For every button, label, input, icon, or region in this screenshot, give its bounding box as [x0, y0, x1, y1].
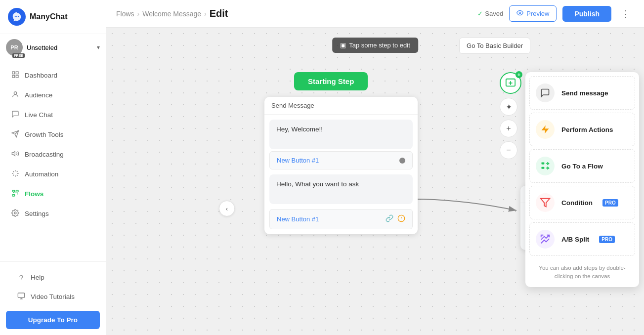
- connector-dot-1: [399, 158, 405, 164]
- logo-area[interactable]: ManyChat: [0, 0, 106, 34]
- starting-step: Starting Step: [294, 72, 368, 90]
- logo-text: ManyChat: [30, 12, 67, 21]
- breadcrumb-message[interactable]: Welcome Message: [142, 10, 201, 18]
- svg-marker-19: [542, 126, 549, 134]
- breadcrumb-sep2: ›: [204, 10, 207, 18]
- check-icon: ✓: [477, 10, 483, 17]
- svg-rect-11: [12, 195, 15, 196]
- help-icon: ?: [17, 273, 26, 282]
- button-row-2[interactable]: New Button #1: [269, 209, 413, 229]
- node-header: Send Message: [264, 97, 418, 115]
- step-menu-condition[interactable]: Condition PRO: [529, 186, 635, 219]
- avatar: PR FREE: [6, 39, 23, 56]
- step-label-ab-split: A/B Split: [561, 236, 589, 243]
- warning-icon: [397, 214, 405, 224]
- svg-rect-21: [542, 167, 545, 169]
- sidebar-item-label: Settings: [25, 210, 49, 217]
- canvas: ▣ Tap some step to edit Go To Basic Buil…: [106, 28, 644, 335]
- svg-point-14: [519, 12, 521, 14]
- broadcast-icon: [11, 150, 20, 159]
- step-menu-send-message[interactable]: Send message: [529, 76, 635, 110]
- sidebar-item-label: Growth Tools: [25, 131, 64, 138]
- sidebar-item-automation[interactable]: Automation: [3, 165, 103, 184]
- video-icon: [17, 292, 26, 301]
- sidebar-bottom: ? Help Video Tutorials Upgrade To Pro: [0, 261, 106, 335]
- header: Flows › Welcome Message › Edit ✓ Saved P…: [106, 0, 644, 28]
- settings-icon: [11, 209, 20, 218]
- svg-rect-13: [18, 293, 24, 297]
- automation-icon: [11, 169, 20, 179]
- sidebar-item-label: Live Chat: [25, 111, 53, 119]
- sidebar-item-flows[interactable]: Flows: [3, 184, 103, 204]
- saved-label: Saved: [485, 10, 503, 17]
- sidebar-item-label: Help: [31, 274, 44, 281]
- zoom-out-button[interactable]: −: [500, 141, 517, 159]
- svg-rect-5: [12, 75, 15, 78]
- add-step-button[interactable]: +: [500, 72, 521, 94]
- magic-button[interactable]: ✦: [500, 98, 517, 116]
- ab-split-pro-badge: PRO: [599, 236, 615, 243]
- ab-split-icon: [536, 230, 555, 249]
- page-title: Edit: [210, 8, 228, 19]
- growth-icon: [11, 130, 20, 139]
- sidebar-item-settings[interactable]: Settings: [3, 204, 103, 223]
- eye-icon: [516, 9, 523, 18]
- more-options-button[interactable]: ⋮: [617, 6, 634, 21]
- logo-icon: [8, 8, 26, 26]
- header-actions: ✓ Saved Preview Publish ⋮: [477, 5, 634, 22]
- user-name: Unsetteled: [27, 44, 93, 51]
- sidebar-item-label: Video Tutorials: [31, 293, 75, 300]
- sidebar-item-broadcasting[interactable]: Broadcasting: [3, 145, 103, 164]
- user-menu[interactable]: PR FREE Unsetteled ▾: [0, 34, 106, 61]
- breadcrumb-sep1: ›: [137, 10, 140, 18]
- button-actions: [386, 214, 405, 224]
- upgrade-button[interactable]: Upgrade To Pro: [6, 311, 100, 329]
- sidebar-item-label: Dashboard: [25, 72, 57, 79]
- step-label-go-to-flow: Go To a Flow: [561, 163, 603, 170]
- preview-button[interactable]: Preview: [509, 5, 557, 22]
- svg-rect-6: [16, 75, 18, 78]
- sidebar-item-live-chat[interactable]: Live Chat: [3, 105, 103, 125]
- breadcrumb-flows[interactable]: Flows: [116, 10, 134, 18]
- expand-sidebar-button[interactable]: ‹: [219, 201, 235, 216]
- basic-builder-button[interactable]: Go To Basic Builder: [459, 38, 530, 54]
- chat-icon: [11, 110, 20, 120]
- sidebar-item-audience[interactable]: Audience: [3, 85, 103, 105]
- svg-point-7: [14, 92, 16, 94]
- sidebar-item-help[interactable]: ? Help: [9, 268, 97, 287]
- link-icon[interactable]: [386, 214, 393, 224]
- svg-rect-9: [12, 190, 15, 192]
- sidebar-item-video-tutorials[interactable]: Video Tutorials: [9, 287, 97, 306]
- step-menu-ab-split[interactable]: A/B Split PRO: [529, 222, 635, 256]
- svg-point-0: [15, 16, 16, 17]
- zoom-in-button[interactable]: +: [500, 120, 517, 137]
- step-menu-perform-actions[interactable]: Perform Actions: [529, 113, 635, 146]
- button-row-1[interactable]: New Button #1: [269, 151, 413, 169]
- flows-icon: [11, 189, 20, 199]
- publish-button[interactable]: Publish: [562, 6, 611, 22]
- main-flow-node[interactable]: Send Message Hey, Welcome!! New Button #…: [264, 97, 418, 234]
- condition-pro-badge: PRO: [602, 199, 618, 207]
- step-menu-go-to-flow[interactable]: Go To a Flow: [529, 149, 635, 183]
- sidebar: ManyChat PR FREE Unsetteled ▾ Dashboard …: [0, 0, 106, 335]
- send-message-icon: [536, 84, 555, 102]
- audience-icon: [11, 90, 20, 100]
- chevron-down-icon: ▾: [97, 44, 100, 51]
- tap-hint: ▣ Tap some step to edit: [332, 38, 418, 53]
- step-menu-panel: Send message Perform Actions Go To a Flo…: [525, 72, 639, 287]
- saved-status: ✓ Saved: [477, 10, 503, 17]
- sidebar-item-growth-tools[interactable]: Growth Tools: [3, 125, 103, 144]
- chevron-left-icon: ‹: [226, 205, 228, 212]
- message-bubble-1: Hey, Welcome!!: [269, 120, 413, 149]
- sidebar-item-label: Audience: [25, 91, 52, 99]
- condition-icon: [536, 193, 555, 212]
- right-toolbar: + ✦ + −: [500, 72, 521, 159]
- svg-point-2: [18, 16, 19, 17]
- sidebar-item-dashboard[interactable]: Dashboard: [3, 66, 103, 85]
- sidebar-item-label: Automation: [25, 170, 58, 178]
- button-label-2: New Button #1: [277, 215, 319, 223]
- main-nav: Dashboard Audience Live Chat Growth Tool…: [0, 61, 106, 261]
- svg-marker-8: [12, 151, 15, 156]
- svg-point-12: [14, 212, 16, 214]
- message-bubble-2: Hello, What you want to ask: [269, 174, 413, 204]
